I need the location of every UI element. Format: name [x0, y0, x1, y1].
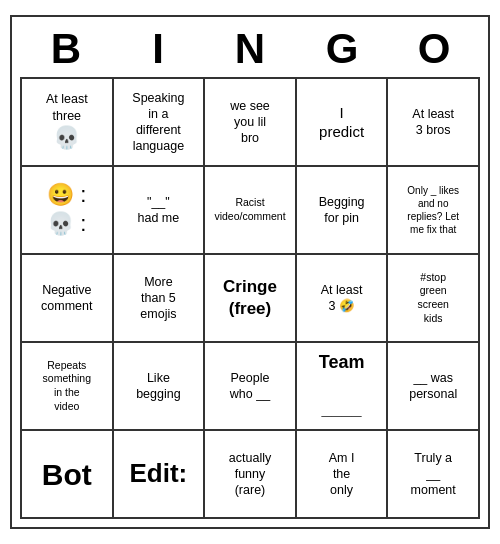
cell-text-r5c4: Am Itheonly [329, 450, 355, 499]
cell-r4c2: Likebegging [114, 343, 206, 431]
cell-r3c3-free: Cringe(free) [205, 255, 297, 343]
cell-text-r1c5: At least3 bros [412, 106, 454, 139]
cell-r2c5: Only _ likesand noreplies? Letme fix tha… [388, 167, 480, 255]
cell-text-r4c3: Peoplewho __ [230, 370, 270, 403]
cell-text-r2c1: 😀 :💀 : [47, 181, 86, 238]
letter-b: B [22, 25, 110, 73]
cell-text-r4c5: __ waspersonal [409, 370, 457, 403]
cell-text-r2c3: Racistvideo/comment [214, 196, 285, 223]
cell-r2c3: Racistvideo/comment [205, 167, 297, 255]
letter-g: G [298, 25, 386, 73]
cell-r2c2: "__"had me [114, 167, 206, 255]
cell-text-r1c2: Speakingin adifferentlanguage [132, 90, 184, 155]
cell-text-r3c2: Morethan 5emojis [140, 274, 176, 323]
cell-text-r4c2: Likebegging [136, 370, 181, 403]
cell-r4c3: Peoplewho __ [205, 343, 297, 431]
cell-r2c1: 😀 :💀 : [22, 167, 114, 255]
cell-text-r2c5: Only _ likesand noreplies? Letme fix tha… [407, 184, 459, 236]
cell-r3c5: #stopgreenscreenkids [388, 255, 480, 343]
cell-r1c2: Speakingin adifferentlanguage [114, 79, 206, 167]
cell-text-r2c2: "__"had me [138, 194, 180, 227]
cell-text-r4c1: Repeatssomethingin thevideo [43, 359, 91, 414]
cell-r3c1: Negativecomment [22, 255, 114, 343]
cell-text-r3c5: #stopgreenscreenkids [417, 271, 449, 326]
letter-i: I [114, 25, 202, 73]
cell-r5c5: Truly a__ moment [388, 431, 480, 519]
cell-text-r5c3: actuallyfunny(rare) [229, 450, 271, 499]
bingo-card: B I N G O At leastthree💀 Speakingin adif… [10, 15, 490, 529]
cell-r4c1: Repeatssomethingin thevideo [22, 343, 114, 431]
cell-r4c4: Team____ [297, 343, 389, 431]
letter-n: N [206, 25, 294, 73]
cell-text-r5c1: Bot [42, 455, 92, 494]
cell-text-r3c1: Negativecomment [41, 282, 92, 315]
cell-text-r3c3: Cringe(free) [223, 276, 277, 320]
cell-text-r1c4: Ipredict [319, 103, 364, 142]
cell-r1c3: we seeyou lilbro [205, 79, 297, 167]
cell-r5c1: Bot [22, 431, 114, 519]
cell-text-r2c4: Beggingfor pin [319, 194, 365, 227]
cell-r5c2: Edit: [114, 431, 206, 519]
cell-r3c2: Morethan 5emojis [114, 255, 206, 343]
cell-r5c4: Am Itheonly [297, 431, 389, 519]
cell-text-r3c4: At least3 🤣 [321, 282, 363, 315]
cell-r1c5: At least3 bros [388, 79, 480, 167]
cell-r4c5: __ waspersonal [388, 343, 480, 431]
cell-r5c3: actuallyfunny(rare) [205, 431, 297, 519]
cell-text-r1c1: At leastthree💀 [46, 91, 88, 152]
cell-text-r5c2: Edit: [130, 457, 188, 491]
cell-r3c4: At least3 🤣 [297, 255, 389, 343]
letter-o: O [390, 25, 478, 73]
cell-r1c1: At leastthree💀 [22, 79, 114, 167]
bingo-grid: At leastthree💀 Speakingin adifferentlang… [20, 77, 480, 519]
bingo-title: B I N G O [20, 25, 480, 73]
cell-text-r5c5: Truly a__ moment [411, 450, 456, 499]
cell-text-r1c3: we seeyou lilbro [230, 98, 270, 147]
cell-r2c4: Beggingfor pin [297, 167, 389, 255]
cell-text-r4c4: Team____ [319, 351, 365, 421]
cell-r1c4: Ipredict [297, 79, 389, 167]
